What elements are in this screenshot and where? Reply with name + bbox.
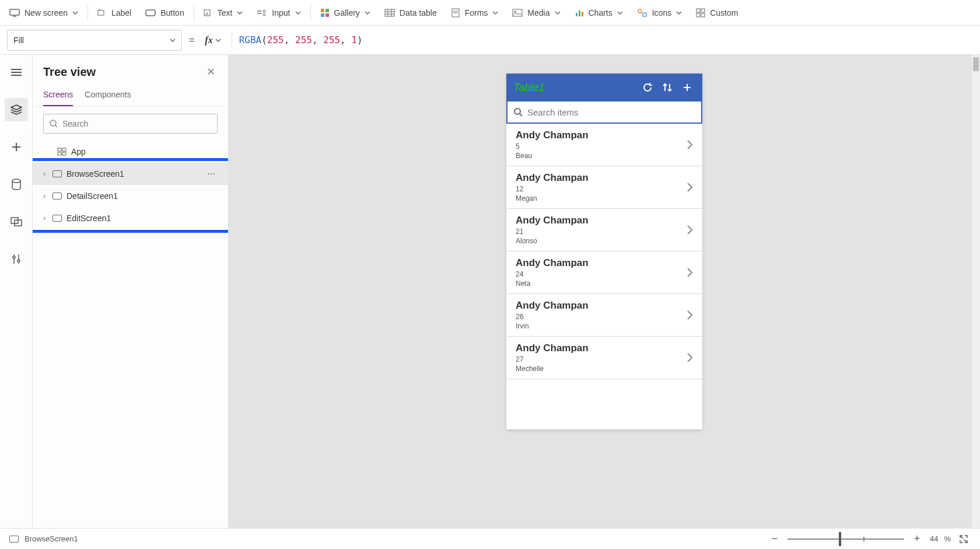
sliders-icon [12, 254, 21, 264]
gallery-icon [320, 8, 330, 18]
svg-point-38 [12, 179, 20, 183]
item-title: Andy Champan [516, 215, 686, 226]
data-rail-button[interactable] [5, 173, 28, 196]
tree-node-label: DetailScreen1 [66, 191, 118, 201]
tree-header: Tree view ✕ [33, 55, 228, 85]
expand-toggle[interactable]: › [41, 214, 48, 222]
chevron-right-icon [686, 139, 693, 151]
input-label: Input [272, 8, 290, 18]
label-button[interactable]: Label [90, 5, 138, 21]
svg-rect-0 [10, 9, 19, 15]
phone-preview: Table1 Andy Champan 5 Beau [506, 74, 702, 429]
svg-rect-50 [62, 152, 66, 155]
forms-button[interactable]: Forms [444, 5, 506, 21]
tree-search[interactable] [43, 114, 218, 134]
expand-icon [959, 534, 968, 544]
hamburger-icon [11, 68, 22, 76]
tree-tabs: Screens Components [33, 85, 228, 107]
screen-icon [52, 193, 62, 200]
input-icon [257, 9, 267, 17]
media-button[interactable]: Media [505, 5, 567, 21]
zoom-slider[interactable] [788, 538, 904, 540]
zoom-in-button[interactable]: + [910, 532, 924, 546]
item-subtitle: 12 [516, 185, 686, 193]
svg-rect-11 [326, 9, 329, 12]
icons-button[interactable]: Icons [630, 5, 689, 21]
tree-node-detailscreen1[interactable]: › DetailScreen1 [33, 185, 228, 207]
item-body: Beau [516, 152, 686, 160]
gallery-item[interactable]: Andy Champan 5 Beau [506, 124, 702, 166]
gallery-item[interactable]: Andy Champan 26 Irvin [506, 294, 702, 337]
item-title: Andy Champan [516, 172, 686, 184]
scrollbar-thumb[interactable] [973, 57, 979, 71]
svg-rect-29 [696, 9, 700, 12]
fx-button[interactable]: fx [201, 34, 224, 47]
forms-label: Forms [465, 8, 488, 18]
sort-button[interactable] [659, 79, 676, 96]
chevron-right-icon [686, 224, 693, 236]
gallery-item[interactable]: Andy Champan 24 Neta [506, 251, 702, 294]
tab-components[interactable]: Components [85, 85, 131, 106]
gallery-button[interactable]: Gallery [313, 5, 377, 21]
tree-search-input[interactable] [62, 119, 211, 128]
zoom-unit: % [944, 534, 951, 543]
tree-node-editscreen1[interactable]: › EditScreen1 [33, 207, 228, 229]
button-button[interactable]: Button [138, 5, 191, 21]
charts-label: Charts [589, 8, 612, 18]
svg-point-42 [13, 256, 15, 258]
text-button[interactable]: A Text [197, 5, 250, 21]
advanced-rail-button[interactable] [5, 247, 28, 271]
vertical-scrollbar[interactable] [972, 55, 980, 528]
tree-view-rail-button[interactable] [5, 98, 28, 121]
node-more-button[interactable]: ⋯ [204, 169, 220, 179]
screen-icon [9, 536, 19, 543]
svg-point-55 [514, 109, 520, 114]
add-button[interactable] [679, 79, 695, 96]
forms-icon [451, 8, 460, 18]
tab-screens[interactable]: Screens [43, 85, 73, 106]
datatable-icon [384, 9, 395, 17]
item-body: Neta [516, 279, 686, 288]
tree-node-app[interactable]: App [33, 141, 228, 163]
property-selector[interactable]: Fill [7, 30, 182, 51]
expand-toggle[interactable]: › [41, 192, 48, 200]
svg-line-57 [961, 536, 963, 538]
item-title: Andy Champan [516, 342, 686, 354]
chevron-right-icon [686, 309, 693, 321]
close-panel-button[interactable]: ✕ [204, 63, 218, 81]
new-screen-button[interactable]: New screen [2, 5, 85, 21]
search-input[interactable] [527, 107, 695, 117]
expand-toggle[interactable]: › [41, 170, 48, 178]
fit-to-screen-button[interactable] [957, 532, 971, 546]
gallery-item[interactable]: Andy Champan 27 Mechelle [506, 337, 702, 379]
svg-point-44 [18, 260, 20, 262]
fx-icon: fx [205, 35, 212, 46]
search-box[interactable] [506, 102, 702, 124]
gallery: Andy Champan 5 Beau Andy Champan 12 Mega… [506, 124, 702, 379]
zoom-out-button[interactable]: − [768, 532, 782, 546]
item-title: Andy Champan [516, 300, 686, 312]
formula-input[interactable]: RGBA(255, 255, 255, 1) [239, 34, 973, 46]
custom-button[interactable]: Custom [689, 5, 745, 21]
data-table-button[interactable]: Data table [377, 5, 444, 21]
input-button[interactable]: Input [250, 5, 307, 21]
insert-toolbar: New screen Label Button A Text Input Gal… [0, 0, 980, 26]
item-body: Irvin [516, 322, 686, 330]
property-name: Fill [13, 36, 24, 45]
tree-list: App › BrowseScreen1 ⋯ › DetailScreen1 › … [33, 141, 228, 528]
insert-rail-button[interactable] [5, 135, 28, 159]
custom-icon [696, 8, 705, 18]
tree-node-browsescreen1[interactable]: › BrowseScreen1 ⋯ [33, 163, 228, 185]
charts-button[interactable]: Charts [568, 5, 630, 21]
refresh-button[interactable] [639, 79, 656, 96]
gallery-item[interactable]: Andy Champan 12 Megan [506, 166, 702, 209]
media-rail-button[interactable] [5, 210, 28, 233]
canvas[interactable]: Table1 Andy Champan 5 Beau [229, 55, 980, 528]
gallery-item[interactable]: Andy Champan 21 Alonso [506, 209, 702, 251]
selected-screen-label: BrowseScreen1 [24, 534, 78, 543]
screen-icon [9, 9, 20, 17]
slider-thumb[interactable] [839, 532, 841, 546]
hamburger-button[interactable] [5, 61, 28, 84]
svg-line-58 [964, 540, 967, 542]
svg-rect-12 [321, 13, 324, 17]
